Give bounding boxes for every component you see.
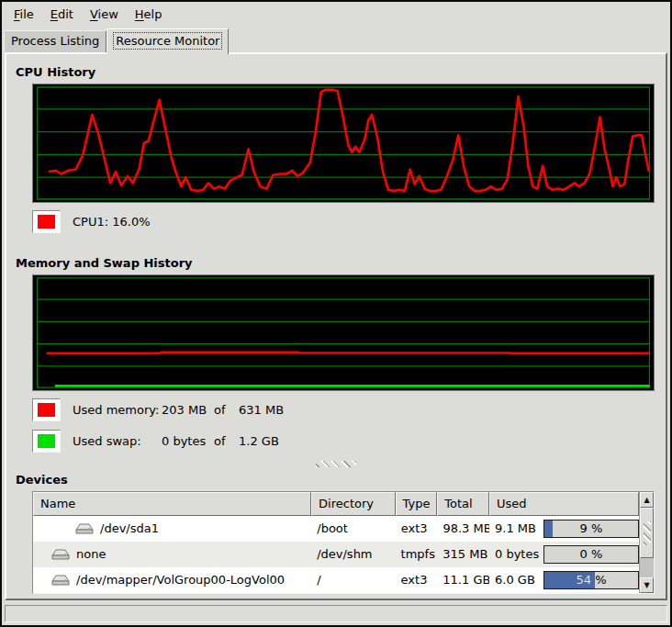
menu-item-view[interactable]: View <box>82 6 127 23</box>
cpu-history-title: CPU History <box>16 65 666 79</box>
menu-item-file[interactable]: File <box>6 6 42 23</box>
usage-percent-label: 0 % <box>544 546 638 563</box>
usage-progress-bar: 54 %54 % <box>543 571 639 589</box>
device-total: 98.3 MB <box>437 516 489 542</box>
device-type: tmpfs <box>396 542 438 567</box>
cpu-history-chart <box>37 86 650 200</box>
device-total: 11.1 GB <box>437 567 489 593</box>
usage-progress-bar: 9 %9 % <box>543 520 639 538</box>
device-used-cell: 6.0 GB54 %54 % <box>489 567 639 593</box>
device-name: none <box>76 542 106 567</box>
scroll-down-icon: ▼ <box>644 581 649 589</box>
menu-item-help[interactable]: Help <box>127 6 171 23</box>
resource-monitor-panel: CPU History CPU1: 16.0% Memory and Swap … <box>5 52 667 600</box>
menu-item-edit[interactable]: Edit <box>42 6 82 23</box>
scrollbar-thumb[interactable] <box>640 508 654 558</box>
memory-of-label: of <box>214 403 239 417</box>
device-type: ext3 <box>396 516 438 542</box>
scrollbar-track[interactable] <box>640 558 654 577</box>
tab-label: Process Listing <box>11 34 99 48</box>
swap-color-sample <box>38 434 55 448</box>
swap-legend: Used swap: 0 bytes of 1.2 GB <box>32 430 666 453</box>
cpu-history-graph <box>32 84 655 203</box>
device-used-value: 9.1 MB <box>495 516 540 542</box>
usage-percent-label-inverse: 54 % <box>544 572 595 588</box>
device-row-dev-sda1[interactable]: /dev/sda1/bootext398.3 MB9.1 MB9 %9 % <box>33 516 639 542</box>
memory-total-value: 631 MB <box>239 403 284 417</box>
app-window: FileEditViewHelp Process ListingResource… <box>0 0 672 627</box>
device-used-value: 0 bytes <box>495 542 540 567</box>
disk-icon <box>51 574 70 587</box>
memory-used-value: 203 MB <box>162 403 214 417</box>
device-row-dev-mapper-volgroup00-logvol00[interactable]: /dev/mapper/VolGroup00-LogVol00/ext311.1… <box>33 567 639 593</box>
usage-percent-label-inverse: 9 % <box>544 521 553 537</box>
scroll-up-button[interactable]: ▲ <box>640 492 654 508</box>
devices-table-main: NameDirectoryTypeTotalUsed /dev/sda1/boo… <box>33 492 639 593</box>
swap-used-value: 0 bytes <box>162 434 214 448</box>
swap-of-label: of <box>214 434 239 448</box>
device-directory: / <box>311 567 395 593</box>
swap-total-value: 1.2 GB <box>239 434 279 448</box>
usage-progress-bar: 0 %0 % <box>543 545 639 564</box>
device-total: 315 MB <box>437 542 489 567</box>
device-used-cell: 9.1 MB9 %9 % <box>489 516 639 542</box>
scrollbar-grip-icon <box>644 521 651 545</box>
device-type: ext3 <box>396 567 438 593</box>
device-name-cell: /dev/mapper/VolGroup00-LogVol00 <box>33 567 311 593</box>
device-directory: /boot <box>311 516 395 542</box>
device-directory: /dev/shm <box>311 542 395 567</box>
cpu-color-sample <box>38 215 55 229</box>
devices-table-header: NameDirectoryTypeTotalUsed <box>33 492 639 516</box>
memory-legend: Used memory: 203 MB of 631 MB <box>32 398 666 421</box>
column-header-name[interactable]: Name <box>33 492 311 516</box>
devices-table-body: /dev/sda1/bootext398.3 MB9.1 MB9 %9 %non… <box>33 516 639 593</box>
device-used-value: 6.0 GB <box>495 567 540 593</box>
menu-bar: FileEditViewHelp <box>2 2 670 26</box>
cpu-legend: CPU1: 16.0% <box>32 210 666 233</box>
disk-icon <box>51 548 70 561</box>
tab-strip: Process ListingResource Monitor <box>2 26 670 52</box>
device-name-cell: /dev/sda1 <box>33 516 311 542</box>
memory-color-sample <box>38 403 55 417</box>
tab-label: Resource Monitor <box>114 33 221 49</box>
swap-legend-label: Used swap: <box>73 434 162 448</box>
scroll-up-icon: ▲ <box>644 496 649 504</box>
device-row-none[interactable]: none/dev/shmtmpfs315 MB0 bytes0 %0 % <box>33 542 639 567</box>
tab-process-listing[interactable]: Process Listing <box>4 30 106 52</box>
tab-resource-monitor[interactable]: Resource Monitor <box>106 28 229 54</box>
cpu-legend-label: CPU1: 16.0% <box>73 215 151 229</box>
status-bar <box>5 605 667 622</box>
vertical-scrollbar[interactable]: ▲ ▼ <box>639 492 654 593</box>
column-header-directory[interactable]: Directory <box>311 492 395 516</box>
devices-title: Devices <box>16 473 666 487</box>
column-header-total[interactable]: Total <box>437 492 489 516</box>
column-header-used[interactable]: Used <box>489 492 639 516</box>
cpu-color-swatch-button[interactable] <box>32 210 61 233</box>
devices-table: NameDirectoryTypeTotalUsed /dev/sda1/boo… <box>32 491 655 594</box>
column-header-type[interactable]: Type <box>396 492 438 516</box>
usage-percent-label: 9 % <box>544 521 638 537</box>
pane-resize-grip[interactable] <box>316 461 356 467</box>
device-name: /dev/sda1 <box>100 516 159 542</box>
memory-swap-history-title: Memory and Swap History <box>16 256 666 270</box>
device-used-cell: 0 bytes0 %0 % <box>489 542 639 567</box>
device-name: /dev/mapper/VolGroup00-LogVol00 <box>76 567 285 593</box>
memory-swap-history-chart <box>37 277 650 388</box>
memory-swap-history-graph <box>32 274 655 391</box>
scroll-down-button[interactable]: ▼ <box>640 577 654 593</box>
swap-color-swatch-button[interactable] <box>32 430 61 453</box>
memory-color-swatch-button[interactable] <box>32 398 61 421</box>
memory-legend-label: Used memory: <box>73 403 162 417</box>
disk-icon <box>75 522 94 535</box>
device-name-cell: none <box>33 542 311 567</box>
